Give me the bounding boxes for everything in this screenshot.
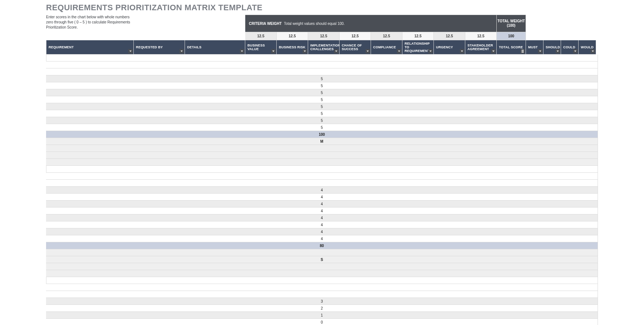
total-score-cell: 100 (46, 131, 598, 138)
criteria-score-cell[interactable]: 5 (46, 82, 598, 89)
col-criteria[interactable]: BUSINESS RISK (277, 40, 308, 55)
filter-icon[interactable] (591, 49, 595, 53)
col-could-label: COULD (563, 45, 575, 49)
col-criteria-label: CHANCE OF SUCCESS (342, 44, 368, 51)
criteria-score-cell[interactable]: 4 (46, 194, 598, 201)
requested-by-cell[interactable] (46, 173, 598, 180)
col-must[interactable]: MUST (526, 40, 543, 55)
criteria-score-cell[interactable]: 5 (46, 124, 598, 131)
requirement-cell[interactable] (46, 166, 598, 173)
criteria-score-cell[interactable]: 4 (46, 228, 598, 235)
filter-icon[interactable] (334, 49, 338, 53)
criteria-score-cell[interactable]: 4 (46, 221, 598, 228)
criteria-weight-cell[interactable]: 12.5 (308, 32, 340, 40)
criteria-score-cell[interactable]: 0 (46, 319, 598, 325)
filter-icon[interactable] (573, 49, 577, 53)
filter-icon[interactable] (428, 49, 433, 53)
col-criteria-label: URGENCY (436, 45, 453, 49)
col-criteria-label: BUSINESS RISK (279, 45, 306, 49)
col-criteria[interactable]: CHANCE OF SUCCESS (340, 40, 371, 55)
details-cell[interactable] (46, 180, 598, 187)
would-cell[interactable] (46, 270, 598, 277)
spacer (526, 15, 596, 32)
total-weight-label-line2: (100) (507, 23, 515, 28)
col-criteria[interactable]: IMPLEMENTATION CHALLENGES (308, 40, 340, 55)
requested-by-cell[interactable] (46, 284, 598, 291)
details-cell[interactable] (46, 68, 598, 75)
col-should[interactable]: SHOULD (543, 40, 561, 55)
requested-by-cell[interactable] (46, 61, 598, 68)
weights-row: 12.512.512.512.512.512.512.512.5100 (46, 32, 598, 40)
criteria-weight-cell[interactable]: 12.5 (402, 32, 434, 40)
criteria-weight-cell[interactable]: 12.5 (340, 32, 371, 40)
requirement-cell[interactable] (46, 277, 598, 284)
criteria-score-cell[interactable]: 2 (46, 305, 598, 312)
col-criteria-label: RELATIONSHIP TO REQUIREMENTS (405, 42, 432, 53)
should-cell[interactable] (46, 145, 598, 152)
filter-icon[interactable] (397, 49, 401, 53)
criteria-score-cell[interactable]: 5 (46, 103, 598, 110)
col-requested-by-label: REQUESTED BY (136, 45, 163, 49)
could-cell[interactable] (46, 152, 598, 159)
filter-icon[interactable] (128, 49, 133, 53)
criteria-score-cell[interactable]: 5 (46, 110, 598, 117)
details-cell[interactable] (46, 291, 598, 298)
spacer (526, 32, 596, 40)
criteria-score-cell[interactable]: 4 (46, 208, 598, 214)
subtitle: Enter scores in the chart below with who… (46, 15, 134, 30)
column-headers: REQUIREMENT REQUESTED BY DETAILS BUSINES… (46, 40, 598, 55)
criteria-score-cell[interactable]: 4 (46, 235, 598, 242)
col-criteria[interactable]: BUSINESS VALUE (245, 40, 277, 55)
col-would[interactable]: WOULD (579, 40, 596, 55)
would-cell[interactable] (46, 159, 598, 166)
criteria-weight-cell[interactable]: 12.5 (434, 32, 465, 40)
criteria-score-cell[interactable]: 5 (46, 75, 598, 82)
col-requirement[interactable]: REQUIREMENT (46, 40, 134, 55)
filter-icon[interactable] (240, 49, 244, 53)
criteria-weight-sub: Total weight values should equal 100. (284, 22, 345, 26)
filter-icon[interactable] (556, 49, 560, 53)
spreadsheet-template: REQUIREMENTS PRIORITIZATION MATRIX TEMPL… (41, 0, 603, 325)
requirement-cell[interactable] (46, 55, 598, 61)
criteria-weight-cell[interactable]: 12.5 (371, 32, 402, 40)
should-cell[interactable]: S (46, 256, 598, 263)
must-cell[interactable]: M (46, 138, 598, 145)
criteria-score-cell[interactable]: 4 (46, 214, 598, 221)
criteria-score-cell[interactable]: 5 (46, 96, 598, 103)
col-criteria-label: STAKEHOLDER AGREEMENT (467, 44, 494, 51)
filter-icon[interactable] (365, 49, 370, 53)
criteria-weight-label: CRITERIA WEIGHT (249, 22, 282, 26)
criteria-score-cell[interactable]: 5 (46, 89, 598, 96)
col-criteria[interactable]: COMPLIANCE (371, 40, 402, 55)
criteria-score-cell[interactable]: 5 (46, 117, 598, 124)
filter-icon[interactable] (538, 49, 542, 53)
criteria-weight-cell[interactable]: 12.5 (245, 32, 277, 40)
col-criteria-label: COMPLIANCE (373, 45, 396, 49)
criteria-score-cell[interactable]: 1 (46, 312, 598, 319)
top-band: Enter scores in the chart below with who… (46, 15, 598, 32)
criteria-score-cell[interactable]: 3 (46, 298, 598, 305)
criteria-score-cell[interactable]: 4 (46, 201, 598, 208)
filter-icon[interactable] (179, 49, 184, 53)
col-details[interactable]: DETAILS (185, 40, 245, 55)
criteria-score-cell[interactable]: 4 (46, 187, 598, 194)
criteria-weight-cell[interactable]: 12.5 (277, 32, 308, 40)
could-cell[interactable] (46, 263, 598, 270)
col-must-label: MUST (528, 45, 538, 49)
col-criteria[interactable]: STAKEHOLDER AGREEMENT (465, 40, 497, 55)
filter-icon[interactable] (491, 49, 496, 53)
col-criteria[interactable]: RELATIONSHIP TO REQUIREMENTS (402, 40, 434, 55)
col-requested-by[interactable]: REQUESTED BY (134, 40, 185, 55)
page-title: REQUIREMENTS PRIORITIZATION MATRIX TEMPL… (46, 3, 598, 12)
must-cell[interactable] (46, 249, 598, 256)
col-could[interactable]: COULD (561, 40, 579, 55)
col-total-score[interactable]: TOTAL SCORE (497, 40, 526, 55)
filter-icon[interactable] (460, 49, 464, 53)
criteria-weight-cell[interactable]: 12.5 (465, 32, 497, 40)
sort-icon[interactable] (520, 49, 525, 53)
filter-icon[interactable] (271, 49, 276, 53)
filter-icon[interactable] (303, 49, 307, 53)
col-criteria[interactable]: URGENCY (434, 40, 465, 55)
col-would-label: WOULD (581, 45, 594, 49)
subtitle-wrap: Enter scores in the chart below with who… (46, 15, 245, 32)
